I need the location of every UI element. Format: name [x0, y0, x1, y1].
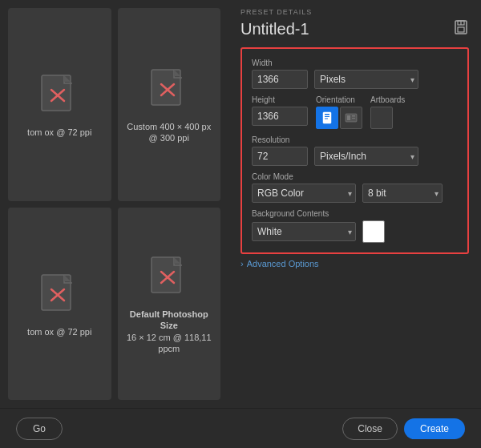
preset-title: Untitled-1: [240, 20, 309, 38]
artboards-label: Artboards: [370, 95, 405, 104]
preset-title-row: Untitled-1: [240, 19, 469, 39]
bottom-right-buttons: Close Create: [342, 418, 465, 440]
preset-card-2[interactable]: Custom 400 × 400 px @ 300 ppi: [118, 8, 221, 201]
resolution-input[interactable]: [252, 147, 308, 166]
height-input[interactable]: [252, 107, 308, 126]
color-mode-field-group: Color Mode RGB Color CMYK Color Grayscal…: [252, 172, 458, 203]
orientation-label: Orientation: [316, 95, 362, 104]
preset-card-3[interactable]: tom ox @ 72 ppi: [8, 208, 111, 401]
svg-rect-18: [458, 27, 464, 32]
bottom-bar: Go Close Create: [0, 408, 481, 448]
background-contents-label: Background Contents: [252, 209, 458, 218]
width-field-group: Width Pixels Inches Centimeters: [252, 59, 458, 89]
artboards-group: Artboards: [370, 95, 405, 129]
portrait-button[interactable]: [316, 107, 338, 129]
resolution-unit-wrapper: Pixels/Inch Pixels/Centimeter: [314, 147, 418, 166]
artboard-checkbox[interactable]: [370, 107, 393, 129]
width-unit-wrapper: Pixels Inches Centimeters: [314, 70, 418, 89]
preset-card-4-name: Default Photoshop Size16 × 12 cm @ 118,1…: [124, 309, 215, 354]
color-mode-label: Color Mode: [252, 172, 458, 181]
svg-rect-25: [347, 115, 350, 120]
preset-card-3-name: tom ox @ 72 ppi: [27, 326, 91, 337]
background-contents-input-row: White Black Background Color Transparent: [252, 220, 458, 243]
resolution-input-row: Pixels/Inch Pixels/Centimeter: [252, 147, 458, 166]
background-contents-wrapper: White Black Background Color Transparent: [252, 222, 356, 241]
svg-rect-22: [325, 116, 329, 117]
create-button[interactable]: Create: [404, 418, 465, 439]
save-icon[interactable]: [453, 19, 469, 39]
svg-rect-27: [352, 118, 355, 119]
background-contents-select[interactable]: White Black Background Color Transparent: [252, 222, 356, 241]
background-color-swatch[interactable]: [362, 220, 385, 243]
doc-icon-3: [40, 273, 79, 320]
doc-icon-4: [150, 256, 188, 302]
chevron-right-icon: ›: [240, 259, 244, 268]
advanced-options-label: Advanced Options: [247, 259, 319, 268]
background-contents-field-group: Background Contents White Black Backgrou…: [252, 209, 458, 243]
right-panel: PRESET DETAILS Untitled-1 Width: [228, 0, 481, 408]
height-orientation-row: Height Orientation: [252, 95, 458, 129]
settings-box: Width Pixels Inches Centimeters Height: [240, 47, 469, 254]
bit-depth-wrapper: 8 bit 16 bit 32 bit: [362, 184, 443, 203]
resolution-field-group: Resolution Pixels/Inch Pixels/Centimeter: [252, 135, 458, 166]
width-input-row: Pixels Inches Centimeters: [252, 70, 458, 89]
width-label: Width: [252, 59, 458, 67]
preset-card-4[interactable]: Default Photoshop Size16 × 12 cm @ 118,1…: [118, 208, 221, 401]
doc-icon-2: [150, 68, 188, 115]
advanced-options-row[interactable]: › Advanced Options: [240, 259, 469, 268]
orientation-group: Orientation: [316, 95, 362, 129]
color-mode-input-row: RGB Color CMYK Color Grayscale 8 bit 16 …: [252, 184, 458, 203]
preset-details-label: PRESET DETAILS: [240, 8, 469, 16]
svg-rect-21: [325, 114, 329, 115]
orientation-buttons: [316, 107, 362, 129]
preset-card-1-name: tom ox @ 72 ppi: [27, 127, 91, 138]
bit-depth-select[interactable]: 8 bit 16 bit 32 bit: [362, 184, 443, 203]
resolution-unit-select[interactable]: Pixels/Inch Pixels/Centimeter: [314, 147, 418, 166]
landscape-button[interactable]: [340, 107, 362, 129]
close-button[interactable]: Close: [342, 418, 398, 440]
svg-rect-26: [352, 115, 355, 117]
color-mode-wrapper: RGB Color CMYK Color Grayscale: [252, 184, 356, 203]
width-input[interactable]: [252, 70, 308, 89]
height-field-group: Height: [252, 95, 308, 126]
svg-rect-23: [325, 119, 328, 119]
doc-icon-1: [40, 74, 79, 120]
color-mode-select[interactable]: RGB Color CMYK Color Grayscale: [252, 184, 356, 203]
resolution-label: Resolution: [252, 135, 458, 144]
width-unit-select[interactable]: Pixels Inches Centimeters: [314, 70, 418, 89]
go-button[interactable]: Go: [16, 418, 63, 440]
preset-card-2-name: Custom 400 × 400 px @ 300 ppi: [124, 121, 215, 144]
left-panel: tom ox @ 72 ppi Custom 400 × 400 px @ 30…: [0, 0, 228, 408]
preset-card-1[interactable]: tom ox @ 72 ppi: [8, 8, 111, 201]
height-label: Height: [252, 95, 308, 104]
